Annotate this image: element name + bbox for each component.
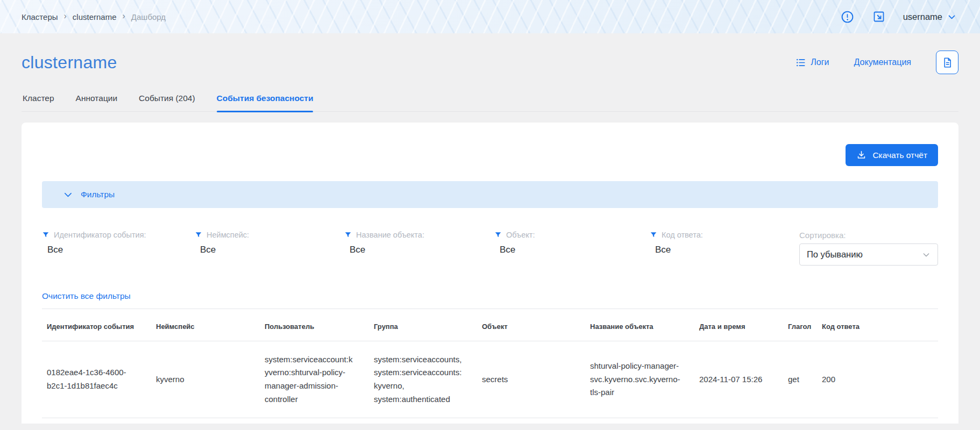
cell-user: system:serviceaccount:kyverno:shturval-p…	[260, 345, 369, 415]
column-header-code: Код ответа	[817, 322, 938, 331]
column-header-namespace: Неймспейс	[151, 322, 260, 331]
filter-event-id[interactable]: Идентификатор события: Все	[42, 231, 195, 266]
filter-row: Идентификатор события: Все Неймспейс: Вс…	[42, 231, 938, 266]
filters-panel-title: Фильтры	[81, 190, 115, 199]
sort-selected-value: По убыванию	[807, 249, 863, 260]
breadcrumb-dashboard: Дашборд	[131, 12, 166, 22]
column-header-object-name: Название объекта	[585, 322, 694, 331]
filter-label: Название объекта:	[356, 231, 424, 239]
funnel-icon	[344, 231, 352, 239]
tab-bar: Кластер Аннотации События (204) События …	[22, 94, 958, 112]
download-report-button[interactable]: Скачать отчёт	[846, 144, 938, 166]
filter-value: Все	[494, 245, 650, 255]
documentation-link[interactable]: Документация	[854, 58, 911, 67]
logs-link-label: Логи	[811, 58, 829, 67]
clear-all-filters-link[interactable]: Очистить все фильтры	[42, 291, 131, 301]
column-header-verb: Глагол	[783, 322, 817, 331]
breadcrumb-separator: ›	[64, 12, 67, 20]
logs-list-icon	[796, 58, 806, 68]
filter-value: Все	[650, 245, 796, 255]
external-link-icon[interactable]	[872, 10, 886, 24]
cell-event-id: 0182eae4-1c36-4600-b2c1-1d1b81faec4c	[42, 357, 151, 402]
cell-object-name: shturval-policy-manager-svc.kyverno.svc.…	[585, 351, 694, 408]
filter-label: Неймспейс:	[207, 231, 249, 239]
cell-datetime: 2024-11-07 15:26	[694, 364, 783, 395]
column-header-object: Объект	[477, 322, 585, 331]
alert-circle-icon[interactable]	[841, 10, 855, 24]
table-row[interactable]: 0182eae4-1c36-4600-b2c1-1d1b81faec4c kyv…	[42, 341, 938, 418]
cell-namespace: kyverno	[151, 364, 260, 395]
breadcrumb-clustername[interactable]: clustername	[73, 12, 117, 22]
filter-response-code[interactable]: Код ответа: Все	[650, 231, 796, 266]
cell-object: secrets	[477, 364, 585, 395]
filter-label: Идентификатор события:	[54, 231, 146, 239]
column-header-event-id: Идентификатор события	[42, 322, 151, 331]
funnel-icon	[650, 231, 657, 239]
download-icon	[856, 150, 867, 160]
cell-verb: get	[783, 364, 817, 395]
topbar: Кластеры › clustername › Дашборд usernam…	[0, 0, 980, 33]
funnel-icon	[494, 231, 502, 239]
sort-label: Сортировка:	[799, 231, 938, 240]
breadcrumb-clusters[interactable]: Кластеры	[22, 12, 58, 22]
funnel-icon	[42, 231, 49, 239]
filter-label: Объект:	[506, 231, 535, 239]
sort-control: Сортировка: По убыванию	[799, 231, 938, 266]
user-menu[interactable]: username	[903, 12, 956, 22]
filters-panel-header[interactable]: Фильтры	[42, 181, 938, 208]
tab-cluster[interactable]: Кластер	[23, 94, 54, 111]
table-header-row: Идентификатор события Неймспейс Пользова…	[42, 309, 938, 341]
column-header-group: Группа	[369, 322, 477, 331]
filter-value: Все	[344, 245, 494, 255]
chevron-down-icon	[63, 190, 73, 199]
sort-select[interactable]: По убыванию	[799, 243, 938, 266]
filter-value: Все	[195, 245, 344, 255]
cell-code: 200	[817, 364, 938, 395]
page-title: clustername	[22, 53, 117, 73]
tab-annotations[interactable]: Аннотации	[76, 94, 117, 111]
report-file-button[interactable]	[936, 51, 958, 74]
tab-events[interactable]: События (204)	[139, 94, 195, 111]
column-header-user: Пользователь	[260, 322, 369, 331]
cell-group: system:serviceaccounts, system:serviceac…	[369, 345, 477, 415]
breadcrumb: Кластеры › clustername › Дашборд	[22, 12, 166, 22]
download-report-label: Скачать отчёт	[872, 150, 927, 160]
tab-security-events[interactable]: События безопасности	[217, 94, 314, 111]
chevron-down-icon	[922, 250, 931, 259]
filter-value: Все	[42, 245, 195, 255]
username-label: username	[903, 12, 942, 22]
funnel-icon	[195, 231, 202, 239]
logs-link[interactable]: Логи	[796, 58, 829, 68]
chevron-down-icon	[947, 12, 956, 22]
security-events-panel: Скачать отчёт Фильтры Идентификатор собы…	[22, 123, 958, 424]
filter-object[interactable]: Объект: Все	[494, 231, 650, 266]
documentation-link-label: Документация	[854, 58, 911, 67]
breadcrumb-separator: ›	[123, 12, 125, 20]
filter-object-name[interactable]: Название объекта: Все	[344, 231, 494, 266]
filter-namespace[interactable]: Неймспейс: Все	[195, 231, 344, 266]
filter-label: Код ответа:	[662, 231, 703, 239]
report-file-icon	[942, 57, 953, 68]
column-header-datetime: Дата и время	[694, 322, 783, 331]
